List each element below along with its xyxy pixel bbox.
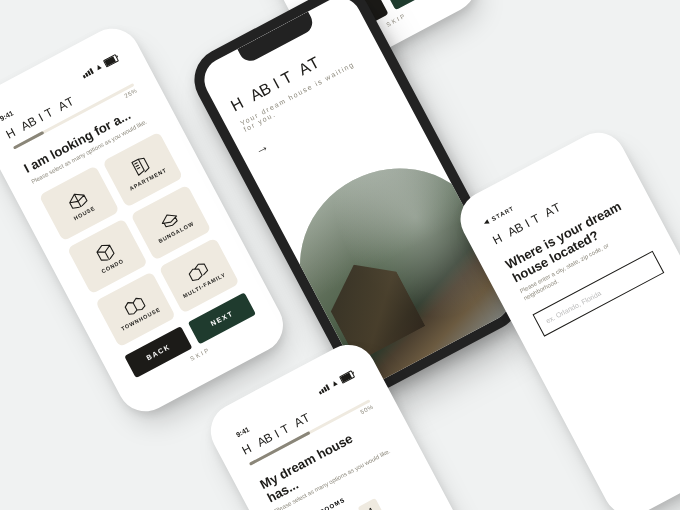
section-label: BEDROOMS	[305, 496, 346, 510]
battery-icon	[339, 370, 355, 384]
status-time: 9:41	[235, 426, 251, 439]
chevron-left-icon: ◀	[482, 217, 491, 226]
wifi-icon: ▲	[93, 61, 104, 73]
battery-icon	[103, 54, 119, 68]
signal-icon	[81, 68, 94, 78]
bedroom-option[interactable]: 4	[357, 498, 384, 510]
wifi-icon: ▲	[329, 377, 340, 389]
signal-icon	[317, 384, 330, 394]
status-time: 9:41	[0, 109, 14, 122]
